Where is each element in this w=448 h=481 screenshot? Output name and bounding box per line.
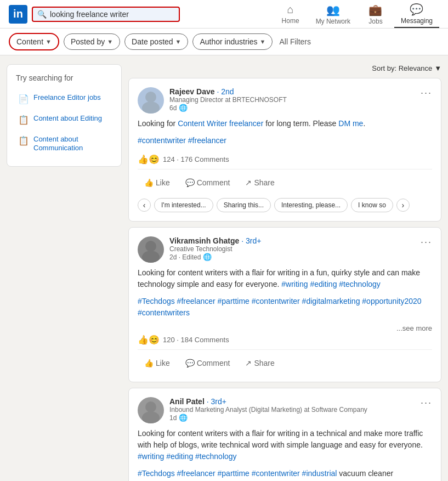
post-card-3: Anil Patel · 3rd+ Inbound Marketing Anal… — [128, 388, 441, 481]
sort-bar: Sort by: Relevance ▼ — [128, 64, 441, 72]
reaction-count-2[interactable]: 120 · 184 Comments — [163, 336, 229, 344]
avatar-image-1 — [138, 87, 164, 114]
post-header-2: Vikramsinh Ghatge · 3rd+ Creative Techno… — [138, 236, 432, 263]
reaction-icons-2: 👍😊 — [138, 335, 160, 345]
svg-point-4 — [145, 401, 156, 412]
share-btn-2[interactable]: ↗ Share — [239, 355, 281, 371]
document-icon: 📄 — [18, 94, 29, 105]
posted-by-filter-btn[interactable]: Posted by ▼ — [64, 33, 120, 50]
sidebar-item-content-communication[interactable]: 📋 Content about Communication — [16, 131, 112, 158]
globe-icon-2: 🌐 — [203, 253, 212, 261]
post-body-2: Looking for content writers with a flair… — [138, 267, 432, 290]
sidebar-item-freelance-editor[interactable]: 📄 Freelance Editor jobs — [16, 89, 112, 110]
avatar-image-3 — [138, 397, 164, 423]
post-hashtags-2: #Techdogs #freelancer #parttime #content… — [138, 296, 432, 319]
svg-point-1 — [142, 101, 160, 114]
smart-reply-prev-1[interactable]: ‹ — [138, 199, 151, 212]
author-name-2: Vikramsinh Ghatge · 3rd+ — [169, 236, 261, 245]
reactions-2: 👍😊 120 · 184 Comments — [138, 332, 432, 350]
post-card-2: Vikramsinh Ghatge · 3rd+ Creative Techno… — [128, 227, 441, 382]
comment-btn-1[interactable]: 💬 Comment — [179, 175, 237, 190]
avatar-3 — [138, 397, 164, 423]
post-actions-2: 👍 Like 💬 Comment ↗ Share — [138, 353, 432, 373]
share-icon-2: ↗ — [245, 359, 252, 367]
sort-dropdown[interactable]: Relevance ▼ — [399, 64, 441, 72]
article-icon: 📋 — [18, 115, 29, 126]
home-icon: ⌂ — [287, 3, 294, 16]
author-industries-chevron-icon: ▼ — [260, 38, 266, 45]
author-details-3: Anil Patel · 3rd+ Inbound Marketing Anal… — [169, 397, 367, 423]
author-title-3: Inbound Marketing Analyst (Digital Marke… — [169, 406, 367, 414]
see-more-2[interactable]: ...see more — [138, 324, 432, 332]
search-icon: 🔍 — [37, 10, 47, 19]
nav-items: ⌂ Home 👥 My Network 💼 Jobs 💬 Messaging — [274, 1, 439, 28]
post-body-1: Looking for Content Writer freelancer fo… — [138, 118, 432, 129]
top-nav: in 🔍 ⌂ Home 👥 My Network 💼 Jobs 💬 Messag… — [0, 0, 448, 29]
like-icon-1: 👍 — [144, 178, 154, 187]
smart-reply-chip-1-1[interactable]: Sharing this... — [217, 198, 271, 212]
reactions-1: 👍😊 124 · 176 Comments — [138, 152, 432, 169]
messaging-icon: 💬 — [410, 3, 423, 16]
search-bar[interactable]: 🔍 — [32, 7, 180, 22]
date-posted-filter-btn[interactable]: Date posted ▼ — [124, 33, 188, 50]
content-area: Sort by: Relevance ▼ — [128, 64, 441, 481]
smart-reply-next-1[interactable]: › — [396, 199, 410, 212]
share-btn-1[interactable]: ↗ Share — [239, 175, 281, 190]
smart-reply-chip-1-0[interactable]: I'm interested... — [154, 198, 213, 212]
jobs-icon: 💼 — [368, 3, 382, 16]
avatar-2 — [138, 236, 164, 263]
svg-point-0 — [145, 92, 156, 103]
content-chevron-icon: ▼ — [46, 38, 52, 45]
post-author-info-2: Vikramsinh Ghatge · 3rd+ Creative Techno… — [138, 236, 261, 263]
main-layout: Try searching for 📄 Freelance Editor job… — [0, 55, 448, 481]
like-icon-2: 👍 — [144, 359, 154, 367]
search-input[interactable] — [50, 10, 174, 19]
like-btn-2[interactable]: 👍 Like — [138, 355, 177, 371]
reaction-count-1[interactable]: 124 · 176 Comments — [163, 155, 229, 163]
sidebar-title: Try searching for — [16, 73, 112, 82]
article2-icon: 📋 — [18, 135, 29, 147]
more-options-btn-2[interactable]: ··· — [421, 236, 432, 248]
reaction-icons-1: 👍😊 — [138, 154, 160, 165]
author-details-1: Rajeev Dave · 2nd Managing Director at B… — [169, 87, 287, 114]
post-header-3: Anil Patel · 3rd+ Inbound Marketing Anal… — [138, 397, 432, 423]
post-meta-1: 6d 🌐 — [169, 104, 287, 112]
nav-item-jobs[interactable]: 💼 Jobs — [359, 1, 392, 27]
like-btn-1[interactable]: 👍 Like — [138, 175, 177, 190]
author-name-1: Rajeev Dave · 2nd — [169, 87, 287, 96]
comment-icon-1: 💬 — [185, 178, 195, 187]
more-options-btn-1[interactable]: ··· — [421, 87, 432, 99]
sidebar: Try searching for 📄 Freelance Editor job… — [7, 64, 122, 167]
sort-chevron-icon: ▼ — [434, 64, 441, 72]
author-details-2: Vikramsinh Ghatge · 3rd+ Creative Techno… — [169, 236, 261, 263]
content-filter-btn[interactable]: Content ▼ — [9, 33, 59, 50]
posted-by-chevron-icon: ▼ — [107, 38, 113, 45]
all-filters-btn[interactable]: All Filters — [277, 34, 313, 49]
post-actions-1: 👍 Like 💬 Comment ↗ Share — [138, 173, 432, 193]
post-author-info-1: Rajeev Dave · 2nd Managing Director at B… — [138, 87, 287, 114]
comment-btn-2[interactable]: 💬 Comment — [179, 355, 237, 371]
author-name-3: Anil Patel · 3rd+ — [169, 397, 367, 406]
avatar-image-2 — [138, 236, 164, 263]
post-card-1: Rajeev Dave · 2nd Managing Director at B… — [128, 78, 441, 222]
globe-icon-3: 🌐 — [179, 414, 188, 422]
smart-reply-chip-1-2[interactable]: Interesting, please... — [274, 198, 348, 212]
nav-item-network[interactable]: 👥 My Network — [309, 1, 357, 27]
filter-bar: Content ▼ Posted by ▼ Date posted ▼ Auth… — [0, 29, 448, 55]
author-title-1: Managing Director at BRTECHNOSOFT — [169, 96, 287, 104]
smart-reply-chip-1-3[interactable]: I know so — [351, 198, 393, 212]
svg-point-3 — [142, 251, 160, 263]
sidebar-item-content-editing[interactable]: 📋 Content about Editing — [16, 110, 112, 131]
post-header-1: Rajeev Dave · 2nd Managing Director at B… — [138, 87, 432, 114]
post-author-info-3: Anil Patel · 3rd+ Inbound Marketing Anal… — [138, 397, 367, 423]
network-icon: 👥 — [326, 3, 340, 16]
nav-item-messaging[interactable]: 💬 Messaging — [394, 1, 439, 28]
more-options-btn-3[interactable]: ··· — [421, 397, 432, 409]
nav-item-home[interactable]: ⌂ Home — [274, 1, 307, 27]
author-industries-filter-btn[interactable]: Author industries ▼ — [192, 33, 273, 50]
linkedin-logo[interactable]: in — [9, 5, 27, 24]
share-icon-1: ↗ — [245, 178, 252, 187]
smart-replies-1: ‹ I'm interested... Sharing this... Inte… — [138, 198, 432, 212]
date-posted-chevron-icon: ▼ — [175, 38, 182, 45]
post-meta-2: 2d · Edited 🌐 — [169, 253, 261, 261]
